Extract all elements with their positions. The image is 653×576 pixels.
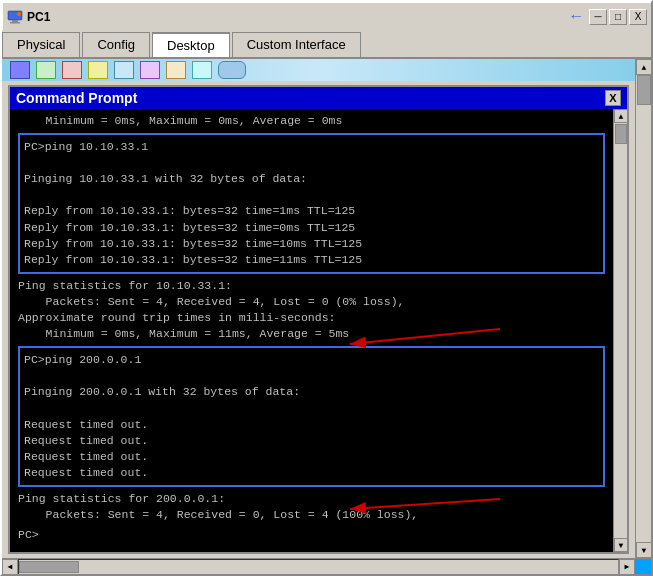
tab-physical[interactable]: Physical [2, 32, 80, 57]
svg-rect-2 [10, 22, 20, 24]
minimize-button[interactable]: ─ [589, 9, 607, 25]
cmd-close-button[interactable]: X [605, 90, 621, 106]
title-bar: PC1 ← ─ □ X [2, 2, 651, 30]
ping2-blank2 [24, 401, 599, 417]
outer-scrollbar: ▲ ▼ [635, 59, 651, 558]
ping1-reply4: Reply from 10.10.33.1: bytes=32 time=11m… [24, 252, 599, 268]
title-arrow: ← [571, 8, 581, 26]
outer-scroll-thumb [637, 75, 651, 105]
stats1-packets: Packets: Sent = 4, Received = 4, Lost = … [18, 294, 605, 310]
hscroll-left-btn[interactable]: ◀ [2, 559, 18, 575]
desktop-icon-3 [62, 61, 82, 79]
content-area: Command Prompt X Minimum = 0ms, Maximum … [2, 59, 651, 558]
hscroll-thumb [19, 561, 79, 573]
desktop-icon-2 [36, 61, 56, 79]
outer-scroll-down-btn[interactable]: ▼ [636, 542, 651, 558]
ping-box-2: PC>ping 200.0.0.1 Pinging 200.0.0.1 with… [18, 346, 605, 487]
ping2-blank1 [24, 368, 599, 384]
hscroll-track [18, 559, 619, 575]
desktop-icon-7 [166, 61, 186, 79]
desktop-icon-1 [10, 61, 30, 79]
ping1-pinging: Pinging 10.10.33.1 with 32 bytes of data… [24, 171, 599, 187]
cmd-scroll-down-btn[interactable]: ▼ [614, 538, 627, 552]
maximize-button[interactable]: □ [609, 9, 627, 25]
window-title: PC1 [27, 10, 563, 24]
ping2-timeout3: Request timed out. [24, 449, 599, 465]
desktop-icon-8 [192, 61, 212, 79]
command-prompt-window: Command Prompt X Minimum = 0ms, Maximum … [8, 85, 629, 554]
cmd-scroll-track [614, 123, 627, 538]
ping1-reply1: Reply from 10.10.33.1: bytes=32 time=1ms… [24, 203, 599, 219]
desktop-icon-6 [140, 61, 160, 79]
outer-scroll-up-btn[interactable]: ▲ [636, 59, 651, 75]
svg-point-3 [17, 12, 21, 16]
cmd-title-bar: Command Prompt X [10, 87, 627, 109]
main-window: PC1 ← ─ □ X Physical Config Desktop Cust… [0, 0, 653, 576]
stats2-packets: Packets: Sent = 4, Received = 0, Lost = … [18, 507, 605, 523]
tab-desktop[interactable]: Desktop [152, 32, 230, 57]
svg-rect-1 [12, 20, 18, 22]
cmd-scroll-thumb [615, 124, 627, 144]
ping1-blank2 [24, 187, 599, 203]
tab-custom-interface[interactable]: Custom Interface [232, 32, 361, 57]
cmd-body[interactable]: Minimum = 0ms, Maximum = 0ms, Average = … [10, 109, 613, 552]
ping1-blank1 [24, 155, 599, 171]
desktop-icons [2, 61, 254, 79]
cmd-body-container: Minimum = 0ms, Maximum = 0ms, Average = … [10, 109, 627, 552]
outer-scroll-track [636, 75, 651, 542]
ping2-timeout2: Request timed out. [24, 433, 599, 449]
ping2-pinging: Pinging 200.0.0.1 with 32 bytes of data: [24, 384, 599, 400]
desktop-strip [2, 59, 635, 81]
stats1-rtt-label: Approximate round trip times in milli-se… [18, 310, 605, 326]
desktop-content: Command Prompt X Minimum = 0ms, Maximum … [2, 59, 635, 558]
ping-box-1: PC>ping 10.10.33.1 Pinging 10.10.33.1 wi… [18, 133, 605, 274]
cmd-scrollbar: ▲ ▼ [613, 109, 627, 552]
desktop-icon-4 [88, 61, 108, 79]
close-button[interactable]: X [629, 9, 647, 25]
tab-config[interactable]: Config [82, 32, 150, 57]
output-line-top: Minimum = 0ms, Maximum = 0ms, Average = … [18, 113, 605, 129]
stats-block-2: Ping statistics for 200.0.0.1: Packets: … [18, 491, 605, 523]
hscroll-end-corner [635, 559, 651, 575]
desktop-icon-5 [114, 61, 134, 79]
stats1-rtt-values: Minimum = 0ms, Maximum = 11ms, Average =… [18, 326, 605, 342]
hscroll-right-btn[interactable]: ▶ [619, 559, 635, 575]
title-bar-buttons: ─ □ X [589, 9, 647, 25]
stats1-header: Ping statistics for 10.10.33.1: [18, 278, 605, 294]
cmd-prompt: PC> [18, 527, 605, 543]
cmd-title-text: Command Prompt [16, 90, 137, 106]
stats2-header: Ping statistics for 200.0.0.1: [18, 491, 605, 507]
ping2-timeout4: Request timed out. [24, 465, 599, 481]
ping2-timeout1: Request timed out. [24, 417, 599, 433]
ping1-reply3: Reply from 10.10.33.1: bytes=32 time=10m… [24, 236, 599, 252]
bottom-scrollbar: ◀ ▶ [2, 558, 651, 574]
ping1-reply2: Reply from 10.10.33.1: bytes=32 time=0ms… [24, 220, 599, 236]
cmd-scroll-up-btn[interactable]: ▲ [614, 109, 627, 123]
stats-block-1: Ping statistics for 10.10.33.1: Packets:… [18, 278, 605, 342]
ping2-cmd: PC>ping 200.0.0.1 [24, 352, 599, 368]
window-icon [7, 9, 23, 25]
tab-bar: Physical Config Desktop Custom Interface [2, 30, 651, 59]
desktop-icon-cloud [218, 61, 246, 79]
ping1-cmd: PC>ping 10.10.33.1 [24, 139, 599, 155]
